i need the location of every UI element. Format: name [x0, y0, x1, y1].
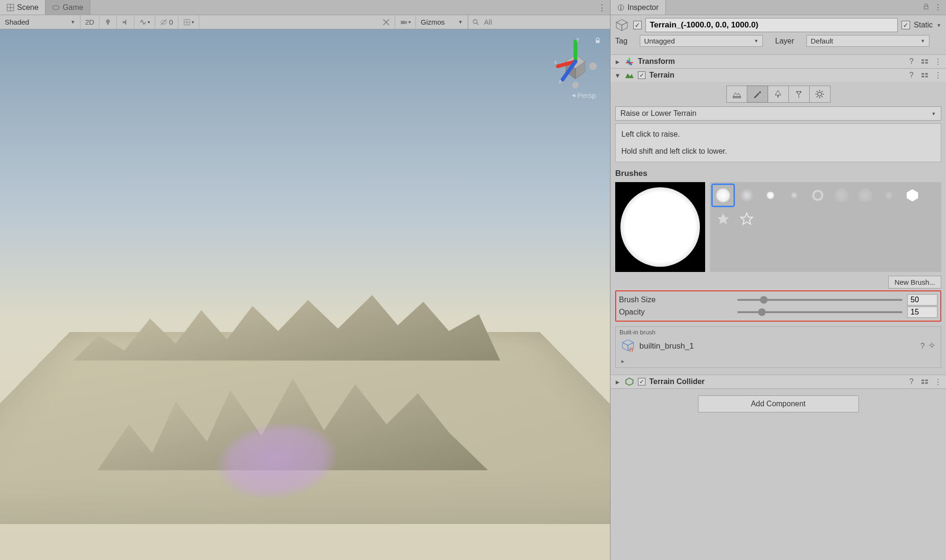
svg-marker-31	[616, 19, 627, 25]
tab-inspector[interactable]: Inspector	[610, 0, 666, 15]
transform-title: Transform	[638, 57, 903, 66]
terrain-tool-paint[interactable]	[747, 86, 768, 103]
brush-thumbnail-grid	[710, 182, 941, 272]
terrain-tool-neighbor[interactable]	[726, 86, 747, 103]
gizmos-dropdown[interactable]: Gizmos ▼	[416, 15, 468, 29]
terrain-title: Terrain	[649, 71, 903, 79]
static-checkbox[interactable]: ✓	[902, 21, 910, 29]
terrain-tool-trees[interactable]	[768, 86, 789, 103]
brush-thumb-7[interactable]	[855, 185, 875, 206]
expand-arrow[interactable]: ▾	[614, 71, 621, 80]
collider-enabled-checkbox[interactable]: ✓	[638, 378, 645, 385]
chevron-down-icon: ▾	[148, 19, 150, 25]
projection-toggle[interactable]: ◂ Persp	[572, 91, 596, 99]
brush-thumb-10[interactable]	[713, 209, 734, 229]
terrain-tool-details[interactable]	[789, 86, 810, 103]
preset-icon[interactable]	[920, 71, 929, 79]
brush-preview	[615, 182, 705, 272]
brush-thumb-5[interactable]	[807, 185, 828, 206]
svg-line-63	[817, 96, 818, 97]
brush-thumb-2[interactable]	[736, 185, 757, 206]
effects-toggle-button[interactable]: ▾	[134, 15, 155, 29]
preset-icon[interactable]	[920, 57, 929, 66]
opacity-input[interactable]	[907, 306, 937, 318]
search-input[interactable]	[482, 16, 606, 28]
svg-rect-47	[733, 97, 741, 98]
brush-thumb-11[interactable]	[736, 209, 757, 229]
opacity-slider[interactable]	[737, 311, 902, 313]
hidden-objects-button[interactable]: 0	[155, 15, 178, 29]
brush-icon	[752, 89, 762, 99]
opacity-label: Opacity	[619, 308, 733, 316]
component-menu-icon[interactable]: ⋮	[934, 71, 942, 79]
svg-point-26	[572, 82, 579, 88]
component-menu-icon[interactable]: ⋮	[934, 377, 942, 386]
tab-game[interactable]: Game	[45, 0, 90, 15]
terrain-enabled-checkbox[interactable]: ✓	[638, 71, 645, 79]
axis-x-label: x	[554, 59, 557, 65]
brush-thumb-3[interactable]	[760, 185, 781, 206]
brush-thumb-1[interactable]	[713, 185, 734, 206]
brush-thumb-9[interactable]	[902, 185, 923, 206]
brush-settings-highlight: Brush Size Opacity	[615, 290, 941, 322]
object-name-input[interactable]	[645, 18, 898, 32]
tools-icon	[382, 18, 390, 26]
terrain-mode-dropdown[interactable]: Raise or Lower Terrain ▼	[615, 106, 941, 121]
terrain-tool-settings[interactable]	[810, 86, 831, 103]
brush-thumb-6[interactable]	[831, 185, 852, 206]
audio-toggle-button[interactable]	[117, 15, 134, 29]
new-brush-button[interactable]: New Brush...	[888, 276, 941, 289]
brush-thumb-4[interactable]	[784, 185, 805, 206]
layer-dropdown[interactable]: Default▼	[806, 35, 929, 47]
svg-marker-64	[907, 189, 918, 201]
camera-button[interactable]: ▾	[395, 15, 416, 29]
inspector-menu-icon[interactable]: ⋮	[934, 3, 942, 12]
svg-rect-37	[921, 60, 924, 61]
scene-viewport[interactable]: y x z ◂ Persp	[0, 29, 610, 560]
brush-thumb-8[interactable]	[878, 185, 899, 206]
lightbulb-icon	[104, 18, 112, 26]
help-icon[interactable]: ?	[907, 57, 916, 66]
orientation-gizmo[interactable]: y x z	[549, 38, 601, 90]
tag-dropdown[interactable]: Untagged▼	[640, 35, 763, 47]
gameobject-icon	[615, 18, 628, 32]
brush-size-slider[interactable]	[737, 299, 902, 301]
scene-panel: Scene Game ⋮ Shaded ▼ 2D ▾ 0 ▾ ▾ Gizmos …	[0, 0, 610, 560]
svg-rect-5	[107, 23, 109, 25]
builtin-name: builtin_brush_1	[639, 341, 694, 351]
svg-rect-45	[925, 76, 928, 77]
brushes-section	[615, 182, 941, 272]
game-icon	[52, 4, 60, 11]
svg-rect-42	[921, 73, 924, 75]
expand-arrow[interactable]: ▸	[619, 357, 937, 366]
speaker-icon	[122, 18, 129, 26]
inspector-lock-icon[interactable]	[923, 3, 929, 12]
layer-label: Layer	[775, 37, 803, 45]
mode-2d-button[interactable]: 2D	[80, 15, 99, 29]
help-icon[interactable]: ?	[907, 377, 916, 386]
tab-scene[interactable]: Scene	[0, 0, 45, 15]
expand-arrow[interactable]: ▸	[614, 57, 621, 66]
gear-icon[interactable]	[928, 342, 935, 350]
add-component-button[interactable]: Add Component	[698, 395, 859, 412]
svg-point-48	[759, 91, 761, 93]
preset-icon[interactable]	[920, 377, 929, 386]
help-icon[interactable]: ?	[907, 71, 916, 79]
grid-toggle-button[interactable]: ▾	[178, 15, 199, 29]
tabs-menu-icon[interactable]: ⋮	[598, 2, 606, 13]
terrain-mode-label: Raise or Lower Terrain	[620, 109, 697, 118]
terrain-icon	[625, 70, 634, 80]
search-icon	[472, 18, 479, 26]
shading-mode-dropdown[interactable]: Shaded ▼	[0, 15, 80, 29]
tools-button[interactable]	[378, 15, 395, 29]
brush-size-input[interactable]	[907, 294, 937, 306]
active-checkbox[interactable]: ✓	[633, 21, 642, 29]
flower-icon	[794, 89, 804, 99]
hidden-count: 0	[169, 18, 173, 26]
expand-arrow[interactable]: ▸	[614, 377, 621, 386]
chevron-down-icon: ▼	[458, 19, 463, 25]
lighting-toggle-button[interactable]	[99, 15, 117, 29]
help-icon[interactable]: ?	[920, 342, 925, 350]
static-dropdown-icon[interactable]: ▼	[937, 23, 941, 28]
component-menu-icon[interactable]: ⋮	[934, 57, 942, 66]
